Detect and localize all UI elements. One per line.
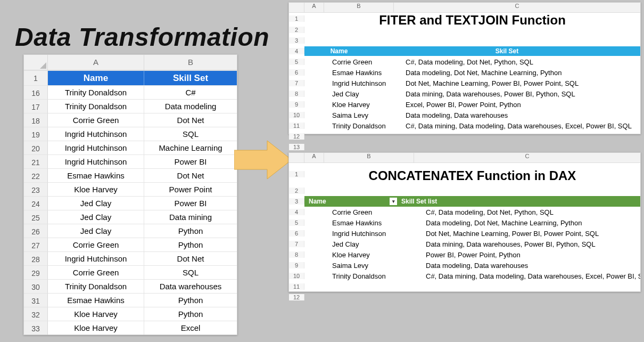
cell-skill[interactable]: Python bbox=[144, 238, 237, 251]
cell-skill[interactable]: SQL bbox=[144, 265, 237, 279]
cell-skill[interactable]: Excel, Power BI, Power Point, Python bbox=[401, 101, 640, 109]
row-header[interactable]: 19 bbox=[24, 127, 48, 141]
row-header[interactable]: 10 bbox=[289, 112, 304, 118]
col-header-B[interactable]: B bbox=[144, 55, 237, 70]
cell-name[interactable]: Trinity Donaldson bbox=[48, 279, 144, 293]
cell-name[interactable]: Trinity Donaldson bbox=[328, 122, 401, 130]
cell-skill[interactable]: Power BI, Power Point, Python bbox=[422, 251, 640, 259]
row-header[interactable]: 10 bbox=[289, 273, 304, 279]
cell-skill[interactable]: Data modeling bbox=[144, 99, 237, 113]
cell-skill[interactable]: Data modeling, Dot Net, Machine Learning… bbox=[401, 69, 640, 77]
row-header[interactable]: 8 bbox=[289, 91, 304, 97]
p2-col-C[interactable]: C bbox=[414, 153, 640, 162]
row-header[interactable]: 23 bbox=[24, 182, 48, 196]
cell-name[interactable]: Esmae Hawkins bbox=[48, 293, 144, 307]
p2-col-B[interactable]: B bbox=[324, 153, 414, 162]
row-header[interactable]: 3 bbox=[289, 198, 304, 205]
row-header[interactable]: 2 bbox=[289, 188, 304, 194]
cell-skill[interactable]: Python bbox=[144, 307, 237, 321]
select-all-corner[interactable] bbox=[24, 55, 48, 70]
cell-name[interactable]: Kloe Harvey bbox=[328, 251, 422, 259]
cell-name[interactable]: Esmae Hawkins bbox=[48, 168, 144, 182]
cell-skill[interactable]: Data mining bbox=[144, 210, 237, 224]
p2-col-A[interactable]: A bbox=[304, 153, 324, 162]
cell-name[interactable]: Kloe Harvey bbox=[48, 182, 144, 196]
row-header[interactable]: 30 bbox=[24, 279, 48, 293]
filter-dropdown-icon[interactable]: ▾ bbox=[390, 198, 397, 205]
cell-name[interactable]: Esmae Hawkins bbox=[328, 219, 422, 227]
cell-skill[interactable]: Python bbox=[144, 224, 237, 238]
cell-name[interactable]: Kloe Harvey bbox=[48, 307, 144, 321]
row-header[interactable]: 26 bbox=[24, 224, 48, 238]
row-header[interactable]: 31 bbox=[24, 293, 48, 307]
row-header-1[interactable]: 1 bbox=[24, 70, 48, 85]
cell-skill[interactable]: Power Point bbox=[144, 182, 237, 196]
cell-name[interactable]: Ingrid Hutchinson bbox=[48, 251, 144, 265]
cell-skill[interactable]: Dot Net, Machine Learning, Power BI, Pow… bbox=[401, 79, 640, 87]
row-header[interactable]: 1 bbox=[289, 171, 304, 177]
cell-name[interactable]: Corrie Green bbox=[328, 58, 401, 66]
cell-name[interactable]: Corrie Green bbox=[48, 113, 144, 127]
row-header[interactable]: 9 bbox=[289, 101, 304, 108]
row-header[interactable]: 25 bbox=[24, 210, 48, 224]
cell-skill[interactable]: Excel bbox=[144, 321, 237, 335]
row-header[interactable]: 12 bbox=[289, 294, 304, 300]
row-header[interactable]: 2 bbox=[289, 27, 304, 33]
cell-skill[interactable]: Dot Net bbox=[144, 251, 237, 265]
row-header[interactable]: 7 bbox=[289, 80, 304, 86]
cell-name[interactable]: Trinity Donaldson bbox=[48, 85, 144, 99]
p1-corner[interactable] bbox=[289, 3, 304, 12]
cell-name[interactable]: Ingrid Hutchinson bbox=[48, 141, 144, 154]
row-header[interactable]: 18 bbox=[24, 113, 48, 127]
row-header[interactable]: 21 bbox=[24, 154, 48, 168]
row-header[interactable]: 5 bbox=[289, 219, 304, 226]
cell-name[interactable]: Esmae Hawkins bbox=[328, 69, 401, 77]
col-header-A[interactable]: A bbox=[48, 55, 144, 70]
row-header[interactable]: 24 bbox=[24, 196, 48, 210]
cell-skill[interactable]: Data modeling, Dot Net, Machine Learning… bbox=[422, 219, 640, 227]
cell-skill[interactable]: Data modeling, Data warehouses bbox=[422, 262, 640, 270]
row-header[interactable]: 11 bbox=[289, 123, 304, 129]
cell-skill[interactable]: Data warehouses bbox=[144, 279, 237, 293]
cell-name[interactable]: Saima Levy bbox=[328, 111, 401, 119]
cell-skill[interactable]: SQL bbox=[144, 127, 237, 141]
cell-name[interactable]: Trinity Donaldson bbox=[328, 272, 422, 280]
row-header[interactable]: 20 bbox=[24, 141, 48, 154]
row-header[interactable]: 17 bbox=[24, 99, 48, 113]
cell-skill[interactable]: C# bbox=[144, 85, 237, 99]
cell-name[interactable]: Corrie Green bbox=[48, 265, 144, 279]
row-header[interactable]: 5 bbox=[289, 59, 304, 65]
cell-name[interactable]: Jed Clay bbox=[328, 90, 401, 98]
row-header[interactable]: 13 bbox=[289, 144, 304, 150]
cell-name[interactable]: Jed Clay bbox=[48, 224, 144, 238]
p2-corner[interactable] bbox=[289, 153, 304, 162]
row-header[interactable]: 6 bbox=[289, 69, 304, 76]
row-header[interactable]: 12 bbox=[289, 133, 304, 140]
cell-skill[interactable]: Dot Net bbox=[144, 168, 237, 182]
cell-name[interactable]: Corrie Green bbox=[48, 238, 144, 251]
row-header[interactable]: 16 bbox=[24, 85, 48, 99]
cell-skill[interactable]: Dot Net, Machine Learning, Power BI, Pow… bbox=[422, 230, 640, 238]
cell-name[interactable]: Trinity Donaldson bbox=[48, 99, 144, 113]
cell-name[interactable]: Saima Levy bbox=[328, 262, 422, 270]
row-header[interactable]: 28 bbox=[24, 251, 48, 265]
cell-skill[interactable]: C#, Data modeling, Dot Net, Python, SQL bbox=[422, 208, 640, 216]
row-header[interactable]: 1 bbox=[289, 15, 304, 22]
cell-name[interactable]: Jed Clay bbox=[48, 196, 144, 210]
row-header[interactable]: 29 bbox=[24, 265, 48, 279]
row-header[interactable]: 8 bbox=[289, 251, 304, 258]
cell-skill[interactable]: Data mining, Data warehouses, Power BI, … bbox=[422, 240, 640, 248]
cell-name[interactable]: Ingrid Hutchinson bbox=[48, 154, 144, 168]
cell-skill[interactable]: Power BI bbox=[144, 154, 237, 168]
cell-name[interactable]: Ingrid Hutchinson bbox=[328, 79, 401, 87]
cell-skill[interactable]: Power BI bbox=[144, 196, 237, 210]
row-header[interactable]: 4 bbox=[289, 48, 304, 54]
cell-skill[interactable]: Dot Net bbox=[144, 113, 237, 127]
cell-skill[interactable]: Machine Learning bbox=[144, 141, 237, 154]
cell-name[interactable]: Corrie Green bbox=[328, 208, 422, 216]
row-header[interactable]: 11 bbox=[289, 283, 304, 290]
cell-skill[interactable]: C#, Data modeling, Dot Net, Python, SQL bbox=[401, 58, 640, 66]
cell-name[interactable]: Kloe Harvey bbox=[48, 321, 144, 335]
row-header[interactable]: 9 bbox=[289, 262, 304, 268]
row-header[interactable]: 27 bbox=[24, 238, 48, 251]
